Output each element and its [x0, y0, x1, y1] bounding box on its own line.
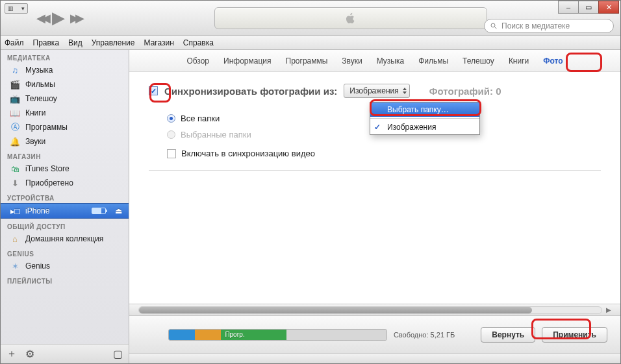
sidebar-item-label: iTunes Store — [25, 164, 70, 173]
svg-point-0 — [491, 23, 495, 27]
include-video-label: Включать в синхронизацию видео — [181, 149, 315, 158]
sidebar-item-звуки[interactable]: 🔔Звуки — [1, 134, 129, 149]
eject-icon[interactable]: ⏏ — [115, 206, 122, 215]
maximize-button[interactable]: ▭ — [578, 1, 599, 14]
sidebar-item-genius[interactable]: ✶Genius — [1, 259, 129, 273]
minimize-button[interactable]: – — [558, 1, 579, 14]
divider — [149, 170, 601, 171]
sidebar-item-книги[interactable]: 📖Книги — [1, 106, 129, 120]
домашняя коллекция-icon: ⌂ — [10, 234, 20, 244]
sidebar: МЕДИАТЕКА♫Музыка🎬Фильмы📺Телешоу📖КнигиⒶПр… — [1, 50, 129, 353]
sidebar-item-label: Музыка — [25, 66, 53, 75]
sidebar-item-домашняя коллекция[interactable]: ⌂Домашняя коллекция — [1, 232, 129, 246]
sidebar-item-приобретено[interactable]: ⬇Приобретено — [1, 176, 129, 190]
section-header: ОБЩИЙ ДОСТУП — [1, 219, 129, 232]
photo-count: Фотографий: 0 — [429, 86, 501, 97]
capacity-segment — [286, 330, 387, 340]
sidebar-item-label: Телешоу — [25, 94, 57, 103]
menu-separator — [370, 118, 479, 119]
телешоу-icon: 📺 — [10, 93, 20, 104]
iphone-icon: ▸□ — [10, 206, 20, 216]
toggle-panel-button[interactable]: ▢ — [112, 349, 123, 359]
tab-информация[interactable]: Информация — [223, 56, 271, 66]
prev-track-button[interactable]: ◀◀ — [36, 11, 47, 25]
фильмы-icon: 🎬 — [10, 79, 20, 90]
sidebar-item-label: Домашняя коллекция — [25, 234, 103, 243]
tab-книги[interactable]: Книги — [509, 56, 529, 66]
menu-item-choose-folder[interactable]: Выбрать папку… — [370, 103, 479, 117]
программы-icon: Ⓐ — [10, 122, 20, 132]
книги-icon: 📖 — [10, 108, 20, 118]
check-icon: ✓ — [374, 123, 381, 132]
tab-музыка[interactable]: Музыка — [377, 56, 404, 66]
capacity-segment — [169, 330, 195, 340]
sidebar-item-фильмы[interactable]: 🎬Фильмы — [1, 77, 129, 91]
tab-звуки[interactable]: Звуки — [342, 56, 362, 66]
itunes store-icon: 🛍 — [10, 164, 20, 174]
sidebar-item-телешоу[interactable]: 📺Телешоу — [1, 91, 129, 106]
settings-gear-icon[interactable]: ⚙ — [24, 349, 36, 359]
sync-photos-label: Синхронизировать фотографии из: — [164, 86, 337, 97]
sidebar-item-программы[interactable]: ⒶПрограммы — [1, 120, 129, 134]
window-buttons: – ▭ ✕ — [559, 1, 619, 14]
sidebar-item-label: Фильмы — [25, 80, 55, 89]
приобретено-icon: ⬇ — [10, 178, 20, 188]
sidebar-item-label: Звуки — [25, 137, 45, 146]
музыка-icon: ♫ — [10, 65, 20, 75]
menu-магазин[interactable]: Магазин — [144, 38, 174, 47]
tab-обзор[interactable]: Обзор — [186, 56, 209, 66]
lcd-display — [214, 7, 487, 29]
genius-icon: ✶ — [10, 261, 20, 271]
add-playlist-button[interactable]: ＋ — [6, 349, 18, 359]
view-selector[interactable]: ▥▾ — [5, 3, 28, 14]
device-tabs: ОбзорИнформацияПрограммыЗвукиМузыкаФильм… — [129, 50, 620, 72]
include-video-checkbox[interactable]: ✓ — [167, 149, 176, 158]
звуки-icon: 🔔 — [10, 136, 20, 147]
photo-source-menu: Выбрать папку… ✓ Изображения — [370, 102, 480, 135]
apply-button[interactable]: Применить — [542, 327, 607, 343]
apple-logo-icon — [345, 12, 357, 24]
menu-вид[interactable]: Вид — [68, 38, 82, 47]
section-header: МЕДИАТЕКА — [1, 50, 129, 63]
next-track-button[interactable]: ▶▶ — [70, 11, 81, 25]
search-icon — [490, 22, 498, 30]
close-button[interactable]: ✕ — [598, 1, 619, 14]
sync-photos-checkbox[interactable]: ✓ — [149, 86, 158, 95]
section-header: ПЛЕЙЛИСТЫ — [1, 273, 129, 286]
sidebar-item-label: Приобретено — [25, 178, 73, 188]
sidebar-item-музыка[interactable]: ♫Музыка — [1, 63, 129, 77]
sidebar-item-label: Книги — [25, 108, 45, 117]
sidebar-item-iphone[interactable]: ▸□iPhone⏏ — [1, 203, 129, 219]
tab-программы[interactable]: Программы — [286, 56, 328, 66]
search-field[interactable]: Поиск в медиатеке — [484, 19, 614, 33]
scroll-right-icon[interactable]: ▶ — [606, 306, 611, 313]
revert-button[interactable]: Вернуть — [481, 327, 535, 343]
play-button[interactable]: ▶ — [52, 8, 65, 28]
capacity-segment: Прогр. — [221, 330, 286, 340]
menu-item-pictures[interactable]: ✓ Изображения — [370, 120, 479, 134]
radio-selected-folders-label: Выбранные папки — [181, 130, 251, 140]
tab-телешоу[interactable]: Телешоу — [463, 56, 494, 66]
sidebar-item-itunes store[interactable]: 🛍iTunes Store — [1, 162, 129, 176]
photo-source-dropdown[interactable]: Изображения — [344, 84, 409, 98]
section-header: УСТРОЙСТВА — [1, 190, 129, 203]
tab-фото[interactable]: Фото — [543, 56, 563, 66]
capacity-bar: Прогр. — [168, 329, 387, 341]
radio-all-folders-label: Все папки — [181, 114, 220, 123]
footer-bar: Прогр. Свободно: 5,21 ГБ Вернуть Примени… — [129, 315, 620, 353]
title-bar: ▥▾ ◀◀ ▶ ▶▶ Поиск в медиатеке – ▭ ✕ — [1, 1, 620, 36]
free-space-label: Свободно: 5,21 ГБ — [394, 331, 455, 339]
menu-справка[interactable]: Справка — [183, 38, 214, 47]
menu-правка[interactable]: Правка — [33, 38, 60, 47]
horizontal-scrollbar[interactable]: ▶ — [129, 304, 620, 315]
section-header: МАГАЗИН — [1, 149, 129, 162]
section-header: GENIUS — [1, 246, 129, 259]
sidebar-item-label: Genius — [25, 261, 50, 271]
search-placeholder: Поиск в медиатеке — [501, 21, 570, 30]
menu-файл[interactable]: Файл — [5, 38, 24, 47]
menu-bar: ФайлПравкаВидУправлениеМагазинСправка — [1, 36, 620, 50]
playback-controls: ◀◀ ▶ ▶▶ — [36, 8, 81, 28]
tab-фильмы[interactable]: Фильмы — [418, 56, 448, 66]
menu-управление[interactable]: Управление — [92, 38, 135, 47]
sidebar-toolbar: ＋ ⚙ ▢ — [1, 344, 129, 363]
